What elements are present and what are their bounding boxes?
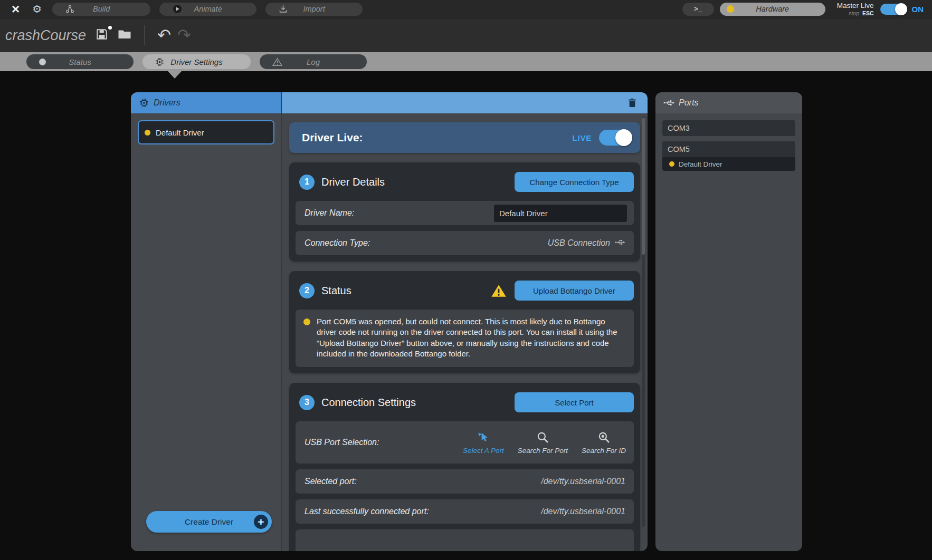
terminal-button[interactable]: >_ bbox=[682, 3, 714, 16]
driver-detail-panel: Driver Live: LIVE 1 Driver Details Chang… bbox=[281, 92, 648, 551]
stop-hint-label: stop: bbox=[849, 10, 861, 16]
option-select-a-port[interactable]: Select A Port bbox=[463, 430, 504, 455]
project-title: crashCourse bbox=[5, 27, 86, 44]
driver-item-label: Default Driver bbox=[156, 128, 204, 137]
toggle-knob bbox=[895, 3, 907, 15]
chip-icon bbox=[155, 57, 164, 66]
play-icon bbox=[173, 4, 182, 14]
scrollbar-thumb[interactable] bbox=[642, 118, 645, 255]
port-item-label: COM5 bbox=[668, 145, 690, 153]
connection-type-value: USB Connection bbox=[548, 238, 610, 248]
driver-live-title: Driver Live: bbox=[302, 131, 363, 144]
create-driver-button[interactable]: Create Driver + bbox=[146, 511, 272, 533]
close-icon: × bbox=[12, 1, 20, 17]
usb-icon bbox=[663, 99, 675, 107]
warning-triangle-icon bbox=[491, 284, 507, 298]
port-item-com5[interactable]: COM5 bbox=[662, 141, 795, 157]
port-assigned-driver[interactable]: Default Driver bbox=[662, 157, 795, 171]
detail-header-strip bbox=[282, 92, 648, 113]
tab-status-label: Status bbox=[69, 57, 91, 66]
driver-list-item[interactable]: Default Driver bbox=[138, 120, 274, 144]
driver-live-bar: Driver Live: LIVE bbox=[289, 122, 640, 153]
option-search-for-port[interactable]: Search For Port bbox=[518, 430, 568, 455]
close-button[interactable]: × bbox=[12, 2, 20, 16]
top-toolbar: × ⚙ Build Animate Import >_ Hardware Mas… bbox=[0, 0, 932, 18]
drivers-panel-header: Drivers bbox=[131, 92, 281, 113]
status-message-text: Port COM5 was opened, but could not conn… bbox=[317, 316, 625, 359]
tab-driver-settings-label: Driver Settings bbox=[170, 57, 222, 66]
step-number-badge: 1 bbox=[299, 175, 315, 190]
active-tab-pointer bbox=[168, 71, 182, 79]
master-live-stop-hint: stop:ESC bbox=[837, 10, 874, 16]
delete-driver-button[interactable] bbox=[627, 98, 637, 108]
import-label: Import bbox=[303, 5, 325, 13]
chip-icon bbox=[139, 98, 149, 108]
search-id-icon bbox=[597, 430, 610, 444]
folder-icon bbox=[118, 29, 131, 42]
master-live-block: Master Live stop:ESC bbox=[837, 2, 874, 16]
detail-scroll-area: Driver Live: LIVE 1 Driver Details Chang… bbox=[282, 113, 648, 551]
toggle-knob bbox=[615, 129, 632, 146]
hardware-label: Hardware bbox=[756, 5, 789, 13]
build-label: Build bbox=[93, 5, 110, 13]
connection-type-row: Connection Type: USB Connection bbox=[296, 231, 634, 255]
project-titlebar: crashCourse ↶ ↷ bbox=[0, 18, 932, 52]
unsaved-changes-dot bbox=[108, 26, 112, 30]
last-connected-port-label: Last successfully connected port: bbox=[302, 507, 429, 516]
tab-log-label: Log bbox=[307, 57, 320, 66]
option-search-for-id[interactable]: Search For ID bbox=[582, 430, 626, 455]
drivers-panel-title: Drivers bbox=[154, 98, 180, 108]
step-number-badge: 3 bbox=[299, 395, 315, 410]
ports-panel-header: Ports bbox=[655, 92, 802, 113]
selected-port-row: Selected port: /dev/tty.usbserial-0001 bbox=[296, 469, 634, 494]
usb-icon bbox=[615, 238, 625, 248]
driver-live-toggle[interactable] bbox=[599, 130, 632, 146]
driver-name-label: Driver Name: bbox=[302, 208, 354, 218]
open-file-button[interactable] bbox=[118, 29, 131, 42]
driver-name-input[interactable]: Default Driver bbox=[494, 205, 627, 222]
selected-port-label: Selected port: bbox=[302, 477, 357, 486]
undo-button[interactable]: ↶ bbox=[157, 28, 171, 43]
option-label: Search For ID bbox=[582, 447, 626, 455]
port-item-com3[interactable]: COM3 bbox=[662, 120, 795, 136]
redo-button[interactable]: ↷ bbox=[177, 28, 191, 43]
section-title: Status bbox=[321, 285, 351, 297]
tab-log[interactable]: Log bbox=[260, 54, 367, 69]
master-live-toggle[interactable] bbox=[880, 4, 907, 15]
change-connection-type-button[interactable]: Change Connection Type bbox=[515, 172, 634, 192]
section-title: Connection Settings bbox=[321, 397, 416, 409]
hardware-button[interactable]: Hardware bbox=[720, 3, 825, 16]
undo-icon: ↶ bbox=[157, 26, 171, 44]
detail-scrollbar[interactable] bbox=[642, 117, 645, 527]
yellow-status-dot bbox=[145, 130, 150, 136]
import-button[interactable]: Import bbox=[265, 3, 363, 16]
driver-name-row: Driver Name: Default Driver bbox=[296, 201, 634, 225]
animate-button[interactable]: Animate bbox=[159, 3, 256, 16]
gear-icon: ⚙ bbox=[32, 3, 42, 15]
yellow-status-dot bbox=[669, 161, 674, 167]
port-driver-label: Default Driver bbox=[679, 160, 722, 168]
option-label: Select A Port bbox=[463, 447, 504, 455]
status-circle-icon bbox=[39, 59, 46, 65]
usb-port-selection-row: USB Port Selection: Select A Port Search… bbox=[296, 421, 634, 464]
build-button[interactable]: Build bbox=[52, 3, 150, 16]
ports-panel: Ports COM3 COM5 Default Driver bbox=[655, 92, 802, 551]
save-button[interactable] bbox=[96, 28, 108, 43]
section-connection-settings: 3 Connection Settings Select Port USB Po… bbox=[289, 383, 640, 551]
select-port-button[interactable]: Select Port bbox=[515, 392, 634, 412]
esc-key-label: ESC bbox=[862, 10, 874, 16]
status-message-row: Port COM5 was opened, but could not conn… bbox=[296, 310, 634, 367]
search-icon bbox=[536, 430, 549, 444]
plus-icon: + bbox=[254, 515, 268, 529]
usb-port-selection-label: USB Port Selection: bbox=[302, 438, 379, 447]
tab-driver-settings[interactable]: Driver Settings bbox=[142, 54, 251, 69]
settings-button[interactable]: ⚙ bbox=[32, 4, 42, 14]
redo-icon: ↷ bbox=[177, 26, 191, 44]
upload-bottango-driver-button[interactable]: Upload Bottango Driver bbox=[515, 281, 634, 301]
select-port-cursor-icon bbox=[477, 430, 490, 444]
clipped-row bbox=[296, 529, 634, 551]
animate-label: Animate bbox=[194, 5, 222, 13]
ports-list: COM3 COM5 Default Driver bbox=[655, 113, 802, 178]
option-label: Search For Port bbox=[518, 447, 568, 455]
tab-status[interactable]: Status bbox=[26, 54, 134, 69]
